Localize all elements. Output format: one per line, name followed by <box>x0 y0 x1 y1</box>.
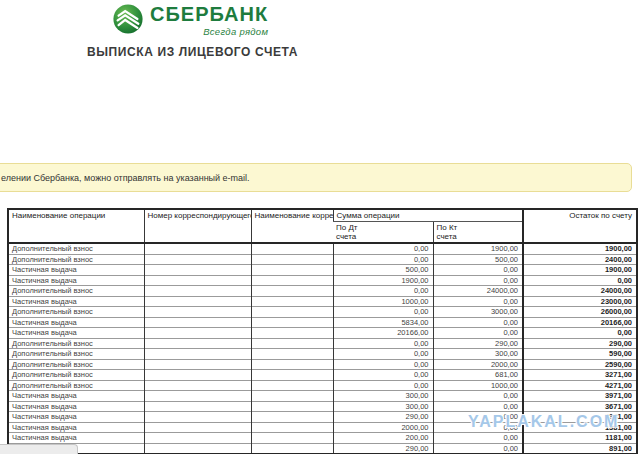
cell-credit: 0,00 <box>433 391 523 402</box>
cell-corr-name <box>251 359 333 370</box>
cell-debit: 0,00 <box>333 349 433 360</box>
cell-debit: 0,00 <box>333 286 433 297</box>
col-header-balance: Остаток по счету <box>523 209 637 243</box>
cell-corr-name <box>251 412 333 423</box>
cell-credit: 0,00 <box>433 433 523 444</box>
cell-corr-account <box>144 380 251 391</box>
cell-corr-name <box>251 243 333 254</box>
cell-credit: 0,00 <box>433 296 523 307</box>
cell-corr-name <box>251 286 333 297</box>
cell-operation: Частичная выдача <box>8 401 144 412</box>
cell-balance: 3671,00 <box>523 401 637 412</box>
cell-operation: Дополнительный взнос <box>8 370 144 381</box>
table-row: Дополнительный взнос0,0024000,0024000,00 <box>8 286 637 297</box>
brand-name: СБЕРБАНК <box>150 3 268 25</box>
cell-operation: Частичная выдача <box>8 433 144 444</box>
cell-balance: 3971,00 <box>523 391 637 402</box>
cell-corr-name <box>251 391 333 402</box>
cell-balance: 4271,00 <box>523 380 637 391</box>
cell-debit: 0,00 <box>333 359 433 370</box>
table-row: Частичная выдача1000,000,0023000,00 <box>8 296 637 307</box>
cell-debit: 300,00 <box>333 391 433 402</box>
brand-tagline: Всегда рядом <box>203 26 268 37</box>
cell-operation: Частичная выдача <box>8 328 144 339</box>
cell-corr-name <box>251 275 333 286</box>
col-header-debit: По Дт счета <box>333 222 433 244</box>
cell-balance: 0,00 <box>523 328 637 339</box>
cell-corr-name <box>251 370 333 381</box>
page-title: ВЫПИСКА ИЗ ЛИЦЕВОГО СЧЕТА <box>87 45 298 59</box>
cell-debit: 290,00 <box>333 443 433 454</box>
cell-operation: Частичная выдача <box>8 391 144 402</box>
notice-banner: елении Сбербанка, можно отправлять на ук… <box>0 163 632 192</box>
table-row: Дополнительный взнос0,00300,00590,00 <box>8 349 637 360</box>
cell-corr-name <box>251 296 333 307</box>
cell-debit: 1900,00 <box>333 275 433 286</box>
table-row: Частичная выдача300,000,003971,00 <box>8 391 637 402</box>
cell-corr-account <box>144 433 251 444</box>
cell-credit: 500,00 <box>433 254 523 265</box>
cell-credit: 0,00 <box>433 265 523 276</box>
cell-corr-name <box>251 307 333 318</box>
cell-balance: 2400,00 <box>523 254 637 265</box>
statement-table-head: Наименование операции Номер корреспондир… <box>8 209 637 243</box>
cell-credit: 0,00 <box>433 317 523 328</box>
cell-debit: 290,00 <box>333 412 433 423</box>
cell-debit: 2000,00 <box>333 422 433 433</box>
cell-balance: 24000,00 <box>523 286 637 297</box>
cell-balance: 891,00 <box>523 443 637 454</box>
cell-balance: 23000,00 <box>523 296 637 307</box>
cell-debit: 200,00 <box>333 433 433 444</box>
col-header-corr-account: Номер корреспондирующего счета <box>144 209 251 243</box>
notice-text: елении Сбербанка, можно отправлять на ук… <box>1 173 250 183</box>
brand-header: СБЕРБАНК Всегда рядом <box>112 3 268 37</box>
statement-page: СБЕРБАНК Всегда рядом ВЫПИСКА ИЗ ЛИЦЕВОГ… <box>0 0 640 454</box>
cell-debit: 5834,00 <box>333 317 433 328</box>
cell-operation: Дополнительный взнос <box>8 307 144 318</box>
table-row: Частичная выдача1900,000,000,00 <box>8 275 637 286</box>
cell-corr-account <box>144 391 251 402</box>
cell-debit: 1000,00 <box>333 296 433 307</box>
cell-corr-name <box>251 401 333 412</box>
cell-corr-account <box>144 275 251 286</box>
cell-debit: 0,00 <box>333 243 433 254</box>
cell-corr-account <box>144 338 251 349</box>
cell-operation: Дополнительный взнос <box>8 349 144 360</box>
cell-balance: 0,00 <box>523 275 637 286</box>
sberbank-emblem-icon <box>112 3 144 35</box>
cell-balance: 590,00 <box>523 349 637 360</box>
table-row: Дополнительный взнос0,00290,00290,00 <box>8 338 637 349</box>
cell-credit: 3000,00 <box>433 307 523 318</box>
cell-operation: Частичная выдача <box>8 275 144 286</box>
table-row: Частичная выдача5834,000,0020166,00 <box>8 317 637 328</box>
cell-balance: 2590,00 <box>523 359 637 370</box>
cell-operation: Дополнительный взнос <box>8 254 144 265</box>
cell-debit: 0,00 <box>333 380 433 391</box>
cell-balance: 26000,00 <box>523 307 637 318</box>
col-header-amount-group: Сумма операции <box>333 209 523 222</box>
cell-credit: 0,00 <box>433 401 523 412</box>
cell-credit: 1900,00 <box>433 243 523 254</box>
cell-operation: Дополнительный взнос <box>8 338 144 349</box>
cell-corr-account <box>144 286 251 297</box>
cell-debit: 0,00 <box>333 307 433 318</box>
cell-credit: 681,00 <box>433 370 523 381</box>
cell-corr-account <box>144 296 251 307</box>
cell-debit: 500,00 <box>333 265 433 276</box>
status-bubble <box>0 444 78 454</box>
cell-corr-name <box>251 433 333 444</box>
cell-corr-name <box>251 328 333 339</box>
col-header-operation: Наименование операции <box>8 209 144 243</box>
cell-credit: 0,00 <box>433 328 523 339</box>
table-row: Частичная выдача290,000,00891,00 <box>8 443 637 454</box>
cell-debit: 0,00 <box>333 254 433 265</box>
cell-operation: Дополнительный взнос <box>8 286 144 297</box>
table-row: Частичная выдача500,000,001900,00 <box>8 265 637 276</box>
col-header-corr-name: Наименование корреспондента <box>251 209 333 243</box>
cell-corr-account <box>144 243 251 254</box>
table-row: Дополнительный взнос0,002000,002590,00 <box>8 359 637 370</box>
cell-corr-account <box>144 401 251 412</box>
cell-corr-account <box>144 422 251 433</box>
cell-corr-name <box>251 349 333 360</box>
table-row: Частичная выдача20166,000,000,00 <box>8 328 637 339</box>
